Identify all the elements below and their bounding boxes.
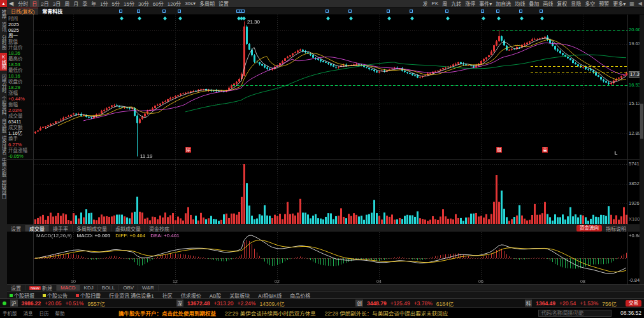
stock-link[interactable]: 个股研报	[10, 292, 34, 299]
sidebar-item[interactable]: 个股资料	[0, 96, 7, 115]
event-marker-icon[interactable]	[119, 10, 122, 13]
stock-link[interactable]: 社区	[162, 292, 173, 299]
toolbar-item[interactable]: 发	[421, 0, 430, 7]
event-marker-icon[interactable]	[481, 10, 484, 13]
event-marker-icon[interactable]	[348, 10, 352, 13]
toolbar-item[interactable]: 多周期	[197, 0, 217, 7]
kline-chart[interactable]	[34, 15, 627, 159]
event-marker-icon[interactable]	[496, 10, 499, 13]
toolbar-item[interactable]: 涨停	[463, 0, 477, 7]
period-tab[interactable]: 120分	[166, 0, 183, 7]
statusbar-item[interactable]: 消息	[24, 310, 33, 317]
sidebar-item[interactable]: 资讯	[0, 22, 7, 32]
period-tab[interactable]: 季	[80, 0, 89, 7]
volume-tab[interactable]: 多周期成交量	[73, 225, 111, 232]
toolbar-item[interactable]: 设置	[217, 0, 231, 7]
indicator-help-link[interactable]: 指标说明	[606, 225, 626, 232]
sidebar-item[interactable]: 分时图	[0, 35, 7, 50]
index-quote[interactable]: 沪3986.22+20.05+0.51%9557亿	[10, 300, 105, 307]
event-marker-icon[interactable]	[540, 10, 543, 13]
index-quote[interactable]: 创3448.79+125.49+3.78%6184亿	[355, 300, 454, 307]
toolbar-item[interactable]: 均线	[513, 0, 527, 7]
volume-tab[interactable]: 设置	[7, 225, 25, 232]
event-marker-icon[interactable]	[239, 10, 242, 13]
sidebar-item[interactable]: 闪电分时	[0, 74, 7, 93]
period-tab[interactable]: 30分	[136, 0, 151, 7]
indicator-tab[interactable]: KDJ	[80, 285, 98, 291]
event-marker-icon[interactable]	[178, 10, 181, 13]
macd-chart[interactable]	[34, 232, 627, 284]
sidebar-item[interactable]: 自选股	[0, 118, 7, 133]
news-item-1[interactable]: 22:29 美伊会谈持续两小时后双方休息	[225, 309, 316, 317]
event-marker-icon[interactable]	[137, 10, 140, 13]
event-marker-icon[interactable]	[519, 10, 522, 13]
toolbar-item[interactable]: 叠加	[527, 0, 541, 7]
toolbar-item[interactable]: PK	[430, 1, 441, 6]
period-tab[interactable]: 60分	[151, 0, 166, 7]
indicator-tab[interactable]: MACD	[57, 285, 80, 291]
stock-link[interactable]: 行业资讯 通信设备1	[109, 292, 154, 299]
index-quote[interactable]: 深13672.48+313.20+2.24%14309.4亿	[176, 300, 285, 307]
volume-tab[interactable]: 资金抄底	[145, 225, 174, 232]
toolbar-item[interactable]: 预警	[597, 0, 611, 7]
stock-search-input[interactable]	[538, 310, 612, 317]
news-item-2[interactable]: 22:28 伊朗副外长：与美国会谈中提出要求未获回应	[325, 309, 448, 317]
event-marker-icon[interactable]	[241, 10, 245, 13]
index-quote[interactable]: 科1364.49+20.54+1.53%756亿	[525, 300, 617, 307]
period-tab[interactable]: 1分	[98, 0, 110, 7]
sidebar-item[interactable]: 牛熊论股	[0, 158, 7, 177]
sidebar-item[interactable]: 超级盘口	[0, 180, 7, 199]
event-marker-icon[interactable]	[410, 10, 413, 13]
new-indicator-button[interactable]: NEW 新建	[25, 284, 57, 291]
right-scrollbar[interactable]	[640, 15, 644, 284]
event-marker-icon[interactable]	[326, 10, 329, 13]
event-marker-icon[interactable]	[445, 10, 448, 13]
period-tab[interactable]: 3日	[51, 0, 62, 7]
indicator-tab[interactable]: OBV	[119, 285, 138, 291]
stock-link[interactable]: 供求报价	[181, 292, 201, 299]
toolbar-item[interactable]: 显隐	[569, 0, 583, 7]
stock-link[interactable]: AB股	[210, 292, 222, 299]
volume-tab[interactable]: 成交量	[25, 225, 49, 232]
period-tab[interactable]: 年	[89, 0, 98, 7]
event-marker-icon[interactable]	[387, 10, 390, 13]
period-tab[interactable]: 周	[62, 0, 71, 7]
scrollbar-thumb[interactable]	[640, 104, 643, 139]
period-tab[interactable]: 5分	[110, 0, 122, 7]
window-icon[interactable]: ◀	[636, 1, 644, 6]
stock-link[interactable]: 关联板块	[229, 292, 250, 299]
stock-link[interactable]: 个股公告	[43, 292, 68, 299]
sidebar-item[interactable]: K线图	[0, 53, 7, 71]
statusbar-item[interactable]: 帮助	[55, 310, 65, 317]
period-tab[interactable]: 30s▾	[183, 1, 197, 6]
period-tab[interactable]: 分时	[16, 0, 30, 7]
toolbar-item[interactable]: 九转	[449, 0, 463, 7]
stock-link[interactable]: 个股扫雷	[76, 292, 101, 299]
period-tab[interactable]: 月	[71, 0, 80, 7]
stock-link[interactable]: AI相似K线	[258, 292, 282, 299]
toolbar-item[interactable]: 事件▾	[477, 0, 494, 7]
volume-tab[interactable]: 虚拟成交量	[111, 225, 145, 232]
toolbar-item[interactable]: 加自选	[494, 0, 513, 7]
period-tab[interactable]: 15分	[122, 0, 136, 7]
toolbar-item[interactable]: 更多▾	[611, 0, 627, 7]
event-marker-icon[interactable]	[162, 10, 166, 13]
volume-tab[interactable]: 换手率	[49, 225, 73, 232]
toolbar-item[interactable]: 周	[440, 0, 449, 7]
window-icon[interactable]: ▦	[627, 1, 636, 6]
statusbar-item[interactable]: 日历	[39, 310, 49, 317]
toolbar-item[interactable]: 复权	[555, 0, 569, 7]
sidebar-item[interactable]: 推荐	[0, 10, 7, 19]
toolbar-item[interactable]: 多空	[583, 0, 597, 7]
fund-flow-button[interactable]: 资金流向	[576, 225, 602, 232]
event-marker-icon[interactable]	[236, 10, 240, 13]
back-icon[interactable]: ◀|	[7, 1, 16, 6]
indicator-settings-button[interactable]: 设置	[7, 285, 25, 291]
indicator-tab[interactable]: W&R	[138, 285, 159, 291]
toolbar-item[interactable]: 画线	[541, 0, 555, 7]
trade-button[interactable]: 交易	[626, 300, 641, 307]
promo-text[interactable]: 擒牛股先手开户：点击此处使用到期权益	[118, 309, 216, 317]
tab-kline-daily[interactable]: 日线(复权)	[7, 8, 38, 15]
indicator-tab[interactable]: BOLL	[98, 285, 119, 291]
period-tab[interactable]: 日	[30, 0, 39, 7]
